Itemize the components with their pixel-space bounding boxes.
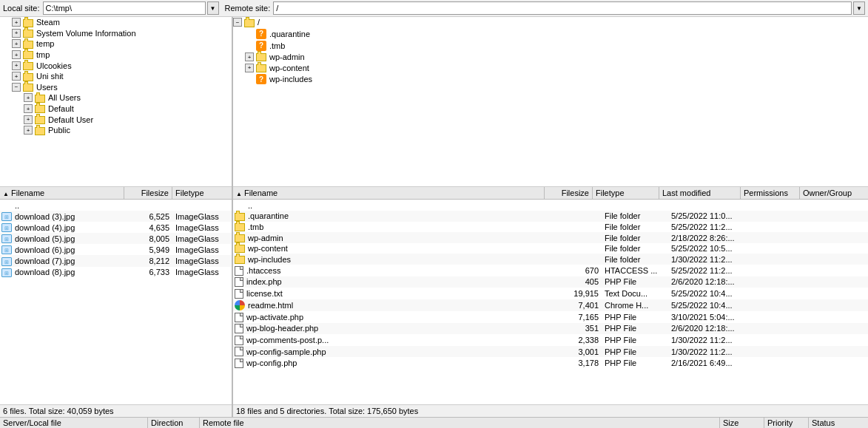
remote-file-row[interactable]: index.php405PHP File2/6/2020 12:18:... [233, 276, 868, 288]
local-file-row[interactable]: ⊞download (6).jpg5,949ImageGlass [0, 244, 232, 255]
expand-icon[interactable]: + [12, 50, 21, 59]
local-status-bar: 6 files. Total size: 40,059 bytes [0, 404, 232, 417]
file-name: wp-config-sample.php [245, 347, 554, 356]
remote-col-permissions[interactable]: Permissions [741, 187, 800, 199]
file-size: 2,338 [554, 336, 602, 344]
tree-item-label: Public [48, 126, 70, 135]
file-modified: 3/10/2021 5:04:... [668, 313, 750, 322]
remote-tree[interactable]: −/?.quarantine?.tmb+wp-admin+wp-content?… [233, 17, 868, 187]
file-name: .quarantine [246, 211, 554, 220]
file-modified: 5/25/2022 11:2... [668, 223, 750, 231]
expand-icon[interactable]: + [12, 18, 21, 27]
file-type: ImageGlass [172, 257, 232, 265]
queue-bar: Server/Local file Direction Remote file … [0, 417, 868, 428]
local-file-row[interactable]: ⊞download (8).jpg6,733ImageGlass [0, 267, 232, 278]
expand-icon[interactable]: + [24, 126, 33, 135]
remote-file-row[interactable]: wp-adminFile folder2/18/2022 8:26:... [233, 232, 868, 243]
remote-col-filename[interactable]: ▲ Filename [233, 187, 545, 199]
expand-icon[interactable]: + [24, 115, 33, 124]
collapse-icon[interactable]: − [233, 18, 242, 27]
remote-file-row[interactable]: wp-comments-post.p...2,338PHP File1/30/2… [233, 334, 868, 346]
local-file-row[interactable]: ⊞download (3).jpg6,525ImageGlass [0, 211, 232, 222]
app-container: Local site: ▼ Remote site: ▼ +Steam+Syst… [0, 0, 868, 428]
local-file-row[interactable]: .. [0, 200, 232, 211]
local-tree-item-steam[interactable]: +Steam [0, 17, 232, 28]
local-tree-item-uni-shit[interactable]: +Uni shit [0, 71, 232, 82]
remote-file-row[interactable]: readme.html7,401Chrome H...5/25/2022 10:… [233, 299, 868, 311]
remote-tree-item-wp-admin[interactable]: +wp-admin [233, 52, 868, 63]
local-file-row[interactable]: ⊞download (5).jpg8,005ImageGlass [0, 233, 232, 244]
remote-file-row[interactable]: wp-includesFile folder1/30/2022 11:2... [233, 254, 868, 265]
remote-file-list[interactable]: ...quarantineFile folder5/25/2022 11:0..… [233, 200, 868, 404]
expand-icon[interactable]: + [245, 52, 254, 61]
remote-site-dropdown[interactable]: ▼ [853, 1, 865, 15]
local-tree-item-all-users[interactable]: +All Users [0, 92, 232, 103]
file-type: PHP File [602, 347, 668, 356]
remote-file-list-header: ▲ Filename Filesize Filetype Last modifi… [233, 187, 868, 200]
remote-file-row[interactable]: wp-config-sample.php3,001PHP File1/30/20… [233, 346, 868, 358]
local-site-label: Local site: [3, 4, 40, 13]
expand-icon[interactable]: + [12, 29, 21, 38]
tree-item-label: .quarantine [269, 30, 310, 38]
file-type: ImageGlass [172, 212, 232, 221]
local-col-filesize[interactable]: Filesize [124, 187, 172, 199]
remote-file-row[interactable]: .quarantineFile folder5/25/2022 11:0... [233, 211, 868, 222]
local-file-row[interactable]: ⊞download (7).jpg8,212ImageGlass [0, 255, 232, 266]
file-type: File folder [602, 255, 668, 264]
folder-icon [21, 83, 35, 92]
local-file-list[interactable]: ..⊞download (3).jpg6,525ImageGlass⊞downl… [0, 200, 232, 404]
local-site-dropdown[interactable]: ▼ [207, 1, 219, 15]
remote-file-row[interactable]: wp-contentFile folder5/25/2022 10:5... [233, 243, 868, 254]
folder-icon [233, 254, 246, 264]
local-site-input[interactable] [43, 1, 206, 15]
local-tree-item-temp[interactable]: +temp [0, 38, 232, 50]
expand-icon[interactable]: + [24, 93, 33, 102]
tree-item-label: Uni shit [36, 72, 64, 81]
remote-file-row[interactable]: wp-activate.php7,165PHP File3/10/2021 5:… [233, 311, 868, 323]
local-tree-item-default[interactable]: +Default [0, 103, 232, 115]
remote-status-text: 18 files and 5 directories. Total size: … [236, 407, 418, 415]
remote-file-row[interactable]: .tmbFile folder5/25/2022 11:2... [233, 222, 868, 233]
local-col-filetype[interactable]: Filetype [172, 187, 232, 199]
folder-icon [33, 115, 47, 124]
remote-col-owner[interactable]: Owner/Group [800, 187, 859, 199]
tree-item-label: Steam [36, 18, 60, 27]
local-col-filename[interactable]: ▲ Filename [0, 187, 124, 199]
remote-tree-item-root[interactable]: −/ [233, 17, 868, 28]
remote-col-modified[interactable]: Last modified [659, 187, 741, 199]
expand-icon[interactable]: + [12, 61, 21, 70]
remote-tree-item-tmb[interactable]: ?.tmb [233, 40, 868, 52]
local-tree-item-users[interactable]: −Users [0, 82, 232, 93]
remote-col-filesize[interactable]: Filesize [545, 187, 593, 199]
local-tree[interactable]: +Steam+System Volume Information+temp+tm… [0, 17, 232, 187]
local-tree-item-system-volume[interactable]: +System Volume Information [0, 28, 232, 39]
remote-file-row[interactable]: .htaccess670HTACCESS ...5/25/2022 11:2..… [233, 265, 868, 276]
remote-tree-item-wp-content[interactable]: +wp-content [233, 62, 868, 73]
remote-file-row[interactable]: wp-config.php3,178PHP File2/16/2021 6:49… [233, 357, 868, 369]
file-size: 6,525 [124, 212, 172, 221]
question-icon: ? [255, 41, 268, 51]
expand-icon[interactable]: + [12, 39, 21, 48]
remote-site-input[interactable] [273, 1, 852, 15]
remote-tree-item-quarantine[interactable]: ?.quarantine [233, 28, 868, 40]
remote-file-row[interactable]: .. [233, 200, 868, 211]
expand-icon[interactable]: + [12, 72, 21, 81]
remote-col-filetype[interactable]: Filetype [593, 187, 659, 199]
queue-col-direction: Direction [148, 418, 200, 428]
expand-icon[interactable]: + [245, 64, 254, 72]
local-tree-item-default-user[interactable]: +Default User [0, 114, 232, 125]
local-tree-item-public[interactable]: +Public [0, 125, 232, 136]
tree-item-label: / [258, 18, 260, 27]
collapse-icon[interactable]: − [12, 83, 21, 92]
remote-file-row[interactable]: wp-blog-header.php351PHP File2/6/2020 12… [233, 323, 868, 335]
remote-tree-item-wp-includes[interactable]: ?wp-includes [233, 73, 868, 85]
folder-icon [21, 18, 35, 27]
expand-icon[interactable]: + [24, 104, 33, 113]
local-tree-item-tmp[interactable]: +tmp [0, 50, 232, 61]
local-tree-item-ulcookies[interactable]: +Ulcookies [0, 60, 232, 71]
local-file-row[interactable]: ⊞download (4).jpg4,635ImageGlass [0, 222, 232, 233]
remote-file-row[interactable]: license.txt19,915Text Docu...5/25/2022 1… [233, 288, 868, 299]
file-type: HTACCESS ... [602, 266, 668, 275]
file-icon [233, 324, 245, 334]
file-chrome-icon [233, 300, 246, 310]
